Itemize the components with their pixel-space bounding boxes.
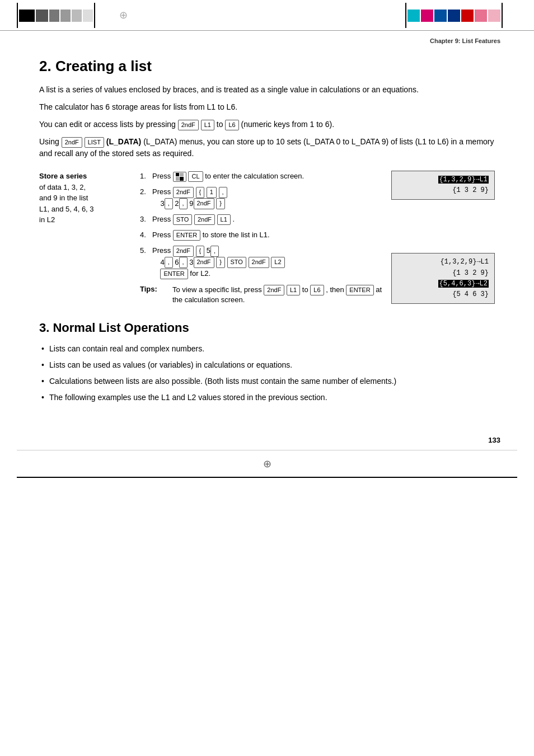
- key-comma-3: ,: [179, 198, 188, 209]
- tips-prefix: To view a specific list, press: [172, 285, 262, 294]
- step-1-content: Press CL to enter the calculatio: [152, 171, 382, 182]
- step-2-content: Press 2ndF { 1 , 3, 2, 92ndF }: [152, 186, 382, 209]
- vert-line-2: [94, 3, 95, 28]
- key-2ndf-s5c: 2ndF: [249, 257, 269, 267]
- color-block-r1: [407, 10, 420, 22]
- screen-1: {1,3,2,9}→L1 {1 3 2 9}: [391, 171, 495, 200]
- key-l1: L1: [201, 120, 214, 130]
- bottom-reg-cross: [261, 458, 273, 470]
- grid-cell-3: [176, 177, 180, 181]
- vert-line-4: [502, 3, 503, 28]
- key-2ndf-tip: 2ndF: [264, 285, 284, 295]
- key-1: 1: [207, 187, 217, 198]
- key-comma-1: ,: [219, 187, 227, 198]
- step-3: 3. Press STO 2ndF L1 .: [140, 214, 382, 225]
- bullet-4: The following examples use the L1 and L2…: [39, 392, 495, 403]
- screen-1-row-2: {1 3 2 9}: [397, 185, 489, 196]
- key-cl: CL: [188, 171, 203, 182]
- key-2ndf-s2: 2ndF: [173, 187, 194, 198]
- section2-title: 2. Creating a list: [39, 58, 495, 75]
- main-content: 2. Creating a list A list is a series of…: [0, 46, 534, 430]
- vert-line-3: [405, 3, 406, 28]
- grid-cell-4: [180, 177, 184, 181]
- section3-title: 3. Normal List Operations: [39, 321, 495, 335]
- key-comma-s5b: ,: [165, 257, 173, 267]
- key-2ndf-s5: 2ndF: [173, 246, 194, 256]
- para3-prefix: You can edit or access lists by pressing: [39, 120, 176, 129]
- step-4: 4. Press ENTER to store the list in L1.: [140, 229, 382, 241]
- store-label-line1: Store a series: [39, 172, 87, 180]
- step-5-num: 5.: [140, 245, 152, 279]
- store-label-line5: in L2: [39, 215, 55, 224]
- page: ⊕ ⊕ Chapter 9: List Features 2. Creating…: [0, 0, 534, 756]
- bullet-1: Lists can contain real and complex numbe…: [39, 343, 495, 355]
- top-decoration: ⊕ ⊕: [0, 0, 534, 31]
- step-5: 5. Press 2ndF { 5, 4, 6, 32ndF } STO: [140, 245, 382, 279]
- key-enter-tip: ENTER: [346, 285, 373, 295]
- key-2ndf-2: 2ndF: [62, 137, 82, 148]
- page-number: 133: [0, 430, 534, 450]
- screen-2-row-4: {5 4 6 3}: [397, 289, 489, 300]
- key-2ndf-s5b: 2ndF: [194, 257, 214, 267]
- store-label-line2: of data 1, 3, 2,: [39, 183, 86, 191]
- screen-2-row-2: {1 3 2 9}: [397, 268, 489, 279]
- vert-line-1: [17, 3, 18, 28]
- step-1: 1. Press CL: [140, 171, 382, 182]
- key-2ndf: 2ndF: [178, 120, 199, 130]
- left-label: Store a series of data 1, 3, 2, and 9 in…: [39, 171, 129, 304]
- grid-cell-2: [180, 173, 184, 177]
- para3-suffix: (numeric keys from 1 to 6).: [241, 120, 335, 129]
- store-label-line4: L1, and 5, 4, 6, 3: [39, 205, 94, 213]
- tips-label: Tips:: [140, 285, 168, 293]
- deco-left: [17, 0, 118, 31]
- step-4-content: Press ENTER to store the list in L1.: [152, 229, 382, 241]
- color-block-r3: [434, 10, 447, 22]
- color-block-r6: [475, 10, 487, 22]
- color-block-r4: [448, 10, 460, 22]
- tips-row: Tips: To view a specific list, press 2nd…: [140, 285, 382, 304]
- key-brace-close: }: [216, 198, 225, 209]
- key-l2: L2: [271, 257, 284, 267]
- step-5-content: Press 2ndF { 5, 4, 6, 32ndF } STO 2ndF L…: [152, 245, 382, 279]
- step-2-num: 2.: [140, 186, 152, 209]
- key-l1-tip: L1: [287, 285, 300, 295]
- para1: A list is a series of values enclosed by…: [39, 84, 495, 96]
- color-block-2: [36, 10, 48, 22]
- color-block-6: [83, 10, 93, 22]
- color-block-r7: [488, 10, 500, 22]
- store-label-line3: and 9 in the list: [39, 194, 88, 202]
- key-brace-close-s5: }: [216, 257, 225, 267]
- color-block-1: [19, 10, 35, 22]
- step-3-num: 3.: [140, 214, 152, 225]
- key-l6-tip: L6: [310, 285, 324, 295]
- para4-prefix: Using: [39, 137, 59, 146]
- para3: You can edit or access lists by pressing…: [39, 119, 495, 130]
- color-block-3: [49, 10, 59, 22]
- color-block-4: [60, 10, 71, 22]
- color-block-5: [72, 10, 82, 22]
- color-block-r5: [461, 10, 474, 22]
- screen-2: {1,3,2,9}→L1 {1 3 2 9} {5,4,6,3}→L2 {5 4…: [391, 253, 495, 304]
- para2: The calculator has 6 storage areas for l…: [39, 101, 495, 113]
- key-l6: L6: [225, 120, 238, 130]
- bottom-area: [17, 450, 517, 478]
- step-3-content: Press STO 2ndF L1 .: [152, 214, 382, 225]
- screen-panel: {1,3,2,9}→L1 {1 3 2 9} {1,3,2,9}→L1 {1 3…: [391, 171, 495, 304]
- key-2ndf-s2b: 2ndF: [194, 198, 214, 209]
- key-enter-s4: ENTER: [173, 230, 200, 241]
- deco-right: [405, 0, 517, 31]
- bullet-3: Calculations between lists are also poss…: [39, 375, 495, 387]
- key-sto-s5: STO: [227, 257, 246, 267]
- chapter-label: Chapter 9: List Features: [0, 33, 534, 46]
- para4: Using 2ndF LIST (L_DATA) (L_DATA) menus,…: [39, 136, 495, 159]
- key-2ndf-s3: 2ndF: [194, 214, 215, 225]
- key-enter-s5: ENTER: [160, 269, 188, 279]
- reg-cross-left: ⊕: [119, 9, 128, 21]
- step-4-num: 4.: [140, 229, 152, 241]
- key-comma-s5a: ,: [210, 246, 219, 256]
- instruction-area: Store a series of data 1, 3, 2, and 9 in…: [39, 171, 495, 304]
- screen-1-row-1: {1,3,2,9}→L1: [397, 175, 489, 185]
- bullet-2: Lists can be used as values (or variable…: [39, 359, 495, 371]
- key-comma-s5c: ,: [179, 257, 188, 267]
- chapter-label-text: Chapter 9: List Features: [430, 37, 500, 44]
